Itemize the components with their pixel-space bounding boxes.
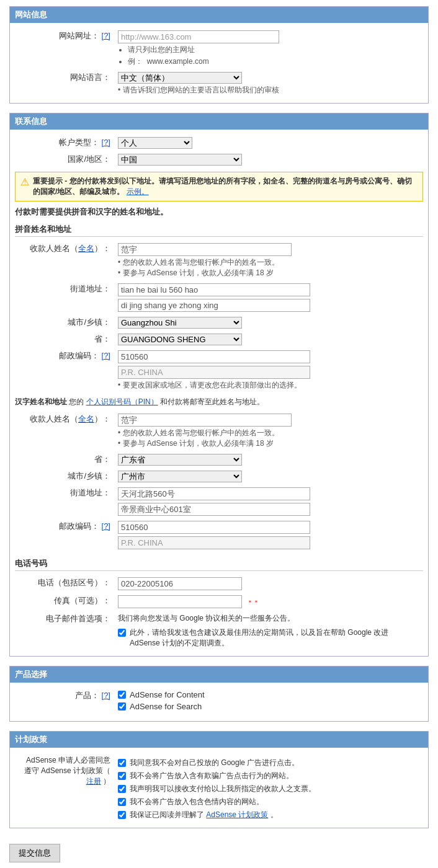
pinyin-city-label: 城市/乡镇：	[68, 317, 110, 327]
lang-hint: • 请告诉我们您网站的主要语言以帮助我们的审核	[118, 86, 279, 94]
policy4-label: 我不会将广告放入包含色情内容的网站。	[130, 797, 264, 807]
policy2-label: 我不会将广告放入含有欺骗广告点击行为的网站。	[130, 771, 293, 781]
country-select[interactable]: 中国	[118, 154, 242, 166]
fax-input[interactable]	[118, 595, 242, 608]
policy4-checkbox[interactable]	[118, 798, 126, 806]
url-hint2: 例：	[128, 57, 143, 66]
policy3-row: 我声明我可以接收支付给以上我所指定的收款人之支票。	[118, 784, 419, 794]
email-checkbox-label: 此外，请给我发送包含建议及最佳用法的定期简讯，以及旨在帮助 Google 改进 …	[130, 627, 419, 649]
chinese-street-label: 街道地址：	[70, 488, 110, 497]
contact-info-header: 联系信息	[10, 113, 428, 130]
website-info-header: 网站信息	[10, 7, 428, 23]
policy1-checkbox[interactable]	[118, 759, 126, 767]
account-type-select[interactable]: 个人	[118, 137, 192, 149]
product2-checkbox[interactable]	[118, 702, 126, 711]
phone-section-title: 电话号码	[15, 558, 423, 571]
url-help-link[interactable]: [?]	[102, 31, 110, 40]
pinyin-zip-label: 邮政编码：	[59, 351, 99, 360]
policy-register-link[interactable]: 注册	[86, 777, 101, 786]
contact-info-title: 联系信息	[15, 117, 47, 126]
account-type-help[interactable]: [?]	[102, 138, 110, 147]
policy3-checkbox[interactable]	[118, 785, 126, 793]
email-checkbox[interactable]	[118, 629, 126, 637]
pinyin-street1-input[interactable]	[118, 283, 310, 296]
warning-text: 重要提示 - 您的付款将发到以下地址。请填写适用您地址的所有字段，如全名、完整的…	[33, 177, 412, 196]
warning-box: ⚠ 重要提示 - 您的付款将发到以下地址。请填写适用您地址的所有字段，如全名、完…	[15, 172, 423, 202]
pinyin-name-hint1: • 您的收款人姓名需与您银行帐户中的姓名一致。	[118, 257, 419, 268]
chinese-zip-label: 邮政编码：	[59, 521, 99, 531]
chinese-name-hint1: • 您的收款人姓名需与您银行帐户中的姓名一致。	[118, 428, 419, 438]
lang-label: 网站语言：	[70, 73, 110, 82]
pinyin-name-input[interactable]	[118, 243, 292, 256]
chinese-country-input	[118, 536, 310, 549]
policy-desc-suffix: ）	[103, 777, 110, 786]
product2-label: AdSense for Search	[130, 702, 202, 711]
policy-section-header: 计划政策	[10, 732, 428, 748]
pay-note: 付款时需要提供拼音和汉字的姓名和地址。	[15, 206, 423, 218]
pinyin-zip-help[interactable]: [?]	[102, 351, 110, 360]
language-select[interactable]: 中文（简体）	[118, 72, 242, 84]
product1-checkbox[interactable]	[118, 691, 126, 699]
product2-row: AdSense for Search	[118, 702, 419, 711]
chinese-province-select[interactable]: 广东省	[118, 454, 242, 466]
chinese-street1-input[interactable]	[118, 487, 310, 500]
product-section-header: 产品选择	[10, 666, 428, 683]
policy2-checkbox[interactable]	[118, 772, 126, 780]
policy-section-title: 计划政策	[15, 735, 47, 744]
pin-link[interactable]: 个人识别号码（PIN）	[86, 397, 158, 406]
submit-button[interactable]: 提交信息	[9, 844, 60, 862]
pinyin-zip-input[interactable]	[118, 350, 310, 363]
phone-label: 电话（包括区号）：	[38, 578, 110, 587]
adsense-policy-link[interactable]: AdSense 计划政策	[206, 810, 268, 819]
pinyin-province-select[interactable]: GUANGDONG SHENG	[118, 334, 242, 345]
policy5-label: 我保证已阅读并理解了 AdSense 计划政策 。	[130, 810, 278, 820]
chinese-street2-input[interactable]	[118, 503, 310, 516]
chinese-city-label: 城市/乡镇：	[68, 471, 110, 480]
policy2-row: 我不会将广告放入含有欺骗广告点击行为的网站。	[118, 771, 419, 781]
website-info-title: 网站信息	[15, 10, 47, 19]
chinese-name-hint2: • 要参与 AdSense 计划，收款人必须年满 18 岁	[118, 438, 419, 449]
product1-label: AdSense for Content	[130, 690, 205, 699]
policy1-label: 我同意我不会对自己投放的 Google 广告进行点击。	[130, 758, 299, 768]
email-checkbox-row: 此外，请给我发送包含建议及最佳用法的定期简讯，以及旨在帮助 Google 改进 …	[118, 627, 419, 649]
chinese-zip-help[interactable]: [?]	[102, 521, 110, 531]
warning-link[interactable]: 示例。	[127, 187, 149, 196]
pinyin-name-label: 收款人姓名（全名）：	[30, 244, 110, 253]
chinese-name-input[interactable]	[118, 414, 292, 427]
country-label: 国家/地区：	[68, 154, 110, 164]
policy5-row: 我保证已阅读并理解了 AdSense 计划政策 。	[118, 810, 419, 820]
chinese-zip-input[interactable]	[118, 521, 310, 534]
fax-redstar: ＊＊	[247, 599, 259, 606]
policy-desc-prefix: AdSense 申请人必需同意遵守 AdSense 计划政策（	[24, 756, 110, 775]
url-example: www.example.com	[147, 57, 209, 66]
chinese-province-label: 省：	[94, 454, 110, 464]
pinyin-street-label: 街道地址：	[70, 284, 110, 293]
account-type-label: 帐户类型：	[59, 138, 99, 147]
policy4-row: 我不会将广告放入包含色情内容的网站。	[118, 797, 419, 807]
url-hint1: 请只列出您的主网址	[128, 45, 195, 54]
pinyin-section-title: 拼音姓名和地址	[15, 224, 423, 237]
warning-icon: ⚠	[20, 176, 29, 188]
chinese-name-label: 收款人姓名（全名）：	[30, 414, 110, 423]
fax-label: 传真（可选）：	[54, 596, 110, 605]
chinese-address-note: 汉字姓名和地址 您的 个人识别号码（PIN） 和付款将邮寄至此姓名与地址。	[15, 397, 423, 407]
policy1-row: 我同意我不会对自己投放的 Google 广告进行点击。	[118, 758, 419, 768]
pinyin-street2-input[interactable]	[118, 299, 310, 312]
pinyin-country-hint: • 要更改国家或地区，请更改您在此表顶部做出的选择。	[118, 380, 419, 391]
pinyin-province-label: 省：	[94, 334, 110, 343]
product-help[interactable]: [?]	[102, 691, 110, 700]
email-pref-text: 我们将向您发送与 Google 协议相关的一些服务公告。	[118, 613, 419, 624]
url-input[interactable]	[118, 30, 279, 43]
product1-row: AdSense for Content	[118, 690, 419, 699]
pinyin-name-hint2: • 要参与 AdSense 计划，收款人必须年满 18 岁	[118, 268, 419, 278]
policy3-label: 我声明我可以接收支付给以上我所指定的收款人之支票。	[130, 784, 316, 794]
pinyin-country-input	[118, 366, 310, 379]
phone-input[interactable]	[118, 577, 242, 590]
email-pref-label: 电子邮件首选项：	[46, 614, 110, 623]
chinese-city-select[interactable]: 广州市	[118, 471, 242, 482]
product-label: 产品：	[75, 691, 99, 700]
url-label: 网站网址：	[59, 31, 99, 40]
pinyin-city-select[interactable]: Guangzhou Shi	[118, 317, 242, 329]
product-section-title: 产品选择	[15, 670, 47, 679]
policy5-checkbox[interactable]	[118, 811, 126, 819]
